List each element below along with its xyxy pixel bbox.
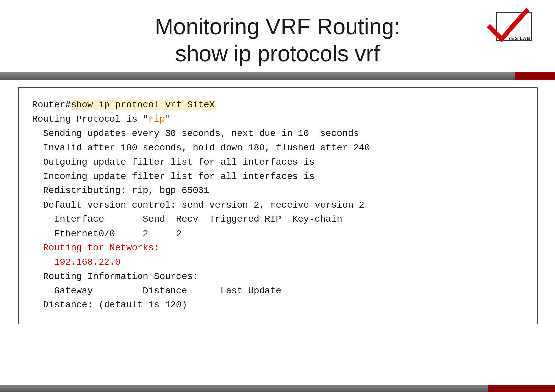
code-line-default-version: Default version control: send version 2,… (32, 198, 524, 212)
yes-lab-box: YES LAB (496, 12, 532, 41)
code-line-command: Router#show ip protocol vrf SiteX (32, 98, 524, 112)
code-container: Router#show ip protocol vrf SiteX Routin… (18, 87, 538, 324)
code-line-routing-protocol: Routing Protocol is "rip" (32, 112, 524, 126)
yes-lab-text: YES LAB (508, 36, 530, 41)
code-line-incoming: Incoming update filter list for all inte… (32, 169, 524, 183)
yes-lab-logo: YES LAB (482, 8, 535, 51)
gray-bar-accent (515, 72, 555, 80)
code-line-routing-info: Routing Information Sources: (32, 269, 524, 284)
header-section: Monitoring VRF Routing: show ip protocol… (0, 7, 555, 70)
bottom-bar-gray (0, 385, 488, 392)
page-title: Monitoring VRF Routing: show ip protocol… (0, 13, 555, 67)
gray-divider-bar (0, 72, 555, 80)
code-line-routing-networks: Routing for Networks: (32, 241, 524, 255)
code-line-invalid: Invalid after 180 seconds, hold down 180… (32, 141, 524, 155)
code-line-interface-header: Interface Send Recv Triggered RIP Key-ch… (32, 212, 524, 226)
code-line-gateway-header: Gateway Distance Last Update (32, 284, 524, 298)
code-line-sending: Sending updates every 30 seconds, next d… (32, 126, 524, 141)
code-line-network-address: 192.168.22.0 (32, 255, 524, 269)
code-line-redistributing: Redistributing: rip, bgp 65031 (32, 183, 524, 198)
command-highlight: show ip protocol vrf SiteX (71, 100, 215, 110)
code-line-outgoing: Outgoing update filter list for all inte… (32, 155, 524, 169)
code-line-distance: Distance: (default is 120) (32, 298, 524, 312)
code-line-ethernet: Ethernet0/0 2 2 (32, 227, 524, 241)
bottom-bar-red (488, 385, 555, 392)
